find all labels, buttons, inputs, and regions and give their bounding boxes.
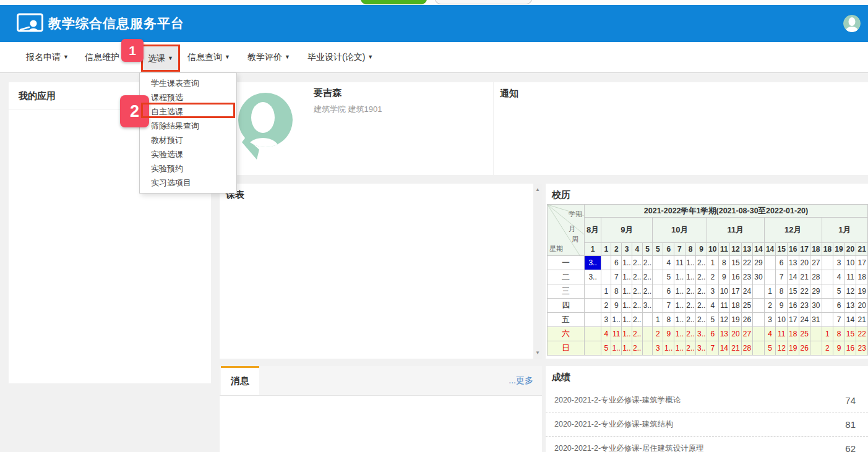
dropdown-item[interactable]: 实验预约 — [140, 161, 236, 176]
scrollbar[interactable]: ▲ ▼ — [533, 184, 542, 359]
calendar-week-number: 18 — [822, 243, 833, 256]
calendar-date-cell: 14 — [787, 270, 799, 284]
school-calendar-card: 校历 学期月周星期2021-2022学年1学期(2021-08-30至2022-… — [546, 184, 868, 359]
dropdown-item[interactable]: 筛除结果查询 — [140, 119, 236, 133]
calendar-date-cell: 9 — [663, 327, 674, 341]
calendar-month: 1月 — [822, 218, 867, 243]
calendar-date-cell: 1 — [764, 284, 776, 299]
tab-messages[interactable]: 消息 — [221, 366, 259, 395]
calendar-date-cell: 3 — [601, 313, 611, 327]
calendar-date-cell: 1.. — [622, 284, 632, 299]
calendar-table: 学期月周星期2021-2022学年1学期(2021-08-30至2022-01-… — [547, 204, 868, 356]
nav-item[interactable]: 教学评价▼ — [247, 42, 290, 72]
calendar-date-cell: 7 — [776, 270, 788, 284]
calendar-date-cell: 1 — [822, 327, 833, 341]
calendar-date-cell — [585, 284, 601, 299]
calendar-date-cell: 7 — [707, 341, 719, 356]
dropdown-item[interactable]: 实习选项目 — [140, 176, 236, 190]
calendar-date-cell — [810, 341, 822, 356]
calendar-date-cell: 18 — [856, 270, 868, 284]
scroll-down-icon[interactable]: ▼ — [533, 350, 542, 356]
calendar-date-cell: 10 — [718, 284, 730, 299]
calendar-date-cell: 1.. — [685, 256, 696, 270]
calendar-date-cell: 21 — [799, 270, 810, 284]
calendar-week-number: 9 — [696, 243, 707, 256]
calendar-date-cell: 4 — [764, 327, 776, 341]
grade-score: 81 — [845, 419, 856, 430]
cutoff-white-button[interactable] — [435, 0, 532, 4]
dropdown-item[interactable]: 学生课表查询 — [140, 76, 236, 90]
calendar-date-cell: 19 — [730, 313, 742, 327]
user-avatar-icon[interactable] — [843, 15, 861, 32]
nav-item[interactable]: 报名申请▼ — [26, 42, 69, 72]
nav-item[interactable]: 毕业设计(论文)▼ — [307, 42, 373, 72]
calendar-date-cell: 7 — [611, 270, 622, 284]
calendar-date-cell: 20 — [799, 256, 810, 270]
calendar-day-label: 五 — [548, 313, 585, 327]
scroll-up-icon[interactable]: ▲ — [533, 187, 542, 192]
calendar-date-cell: 2.. — [696, 256, 707, 270]
calendar-day-label: 二 — [548, 270, 585, 284]
calendar-date-cell: 2.. — [685, 327, 696, 341]
calendar-date-cell: 12 — [718, 313, 730, 327]
calendar-date-cell: 2 — [764, 299, 776, 313]
calendar-week-number: 13 — [741, 243, 753, 256]
calendar-date-cell: 15 — [787, 284, 799, 299]
calendar-date-cell: 3.. — [585, 256, 601, 270]
nav-item[interactable]: 信息查询▼ — [187, 42, 230, 72]
calendar-date-cell: 18 — [787, 327, 799, 341]
calendar-day-label: 四 — [548, 299, 585, 313]
calendar-date-cell: 6 — [663, 284, 674, 299]
calendar-date-cell — [585, 341, 601, 356]
calendar-date-cell: 2.. — [632, 270, 642, 284]
profile-card: 要吉森 建筑学院 建筑1901 — [220, 82, 493, 175]
calendar-week-number: 8 — [685, 243, 696, 256]
nav-item-label: 教学评价 — [247, 52, 282, 62]
calendar-date-cell: 1.. — [674, 313, 685, 327]
dropdown-item[interactable]: 实验选课 — [140, 147, 236, 161]
calendar-date-cell — [601, 270, 611, 284]
dropdown-item[interactable]: 教材预订 — [140, 133, 236, 147]
calendar-date-cell: 7 — [833, 313, 845, 327]
calendar-week-number: 19 — [833, 243, 845, 256]
messages-card: 消息 ...更多 — [220, 366, 542, 452]
calendar-date-cell — [653, 299, 663, 313]
calendar-date-cell — [753, 284, 765, 299]
calendar-date-cell: 3 — [764, 313, 776, 327]
grade-course: 2020-2021-2-专业必修课-建筑学概论 — [554, 395, 681, 406]
calendar-week-number: 11 — [718, 243, 730, 256]
calendar-date-cell: 1.. — [622, 327, 632, 341]
calendar-date-cell: 22 — [741, 256, 753, 270]
calendar-day-label: 三 — [548, 284, 585, 299]
calendar-date-cell — [764, 256, 776, 270]
calendar-day-label: 一 — [548, 256, 585, 270]
calendar-date-cell: 12 — [844, 284, 856, 299]
calendar-date-cell: 4 — [601, 327, 611, 341]
calendar-date-cell — [753, 313, 765, 327]
calendar-date-cell: 28 — [741, 341, 753, 356]
calendar-date-cell: 11 — [674, 256, 685, 270]
calendar-week-number: 7 — [674, 243, 685, 256]
nav-item-course-selection[interactable]: 选课▼ — [141, 45, 180, 72]
calendar-date-cell: 5 — [764, 341, 776, 356]
cutoff-green-button[interactable] — [361, 0, 427, 4]
calendar-date-cell: 14 — [718, 341, 730, 356]
calendar-date-cell: 16 — [844, 341, 856, 356]
calendar-date-cell: 12 — [776, 341, 788, 356]
calendar-date-cell: 8 — [718, 256, 730, 270]
calendar-week-number: 2 — [611, 243, 622, 256]
calendar-date-cell: 2 — [822, 341, 833, 356]
calendar-date-cell: 2.. — [696, 284, 707, 299]
grade-course: 2020-2021-2-专业必修课-建筑结构 — [554, 419, 673, 430]
calendar-date-cell: 2.. — [685, 284, 696, 299]
calendar-date-cell: 5 — [663, 270, 674, 284]
more-link[interactable]: ...更多 — [509, 366, 533, 395]
chevron-down-icon: ▼ — [225, 54, 230, 60]
calendar-week-number: 1 — [601, 243, 611, 256]
calendar-date-cell: 3 — [833, 256, 845, 270]
calendar-date-cell: 21 — [856, 313, 868, 327]
calendar-date-cell: 10 — [844, 256, 856, 270]
calendar-date-cell: 18 — [730, 299, 742, 313]
calendar-date-cell: 30 — [810, 299, 822, 313]
calendar-date-cell: 1.. — [674, 284, 685, 299]
